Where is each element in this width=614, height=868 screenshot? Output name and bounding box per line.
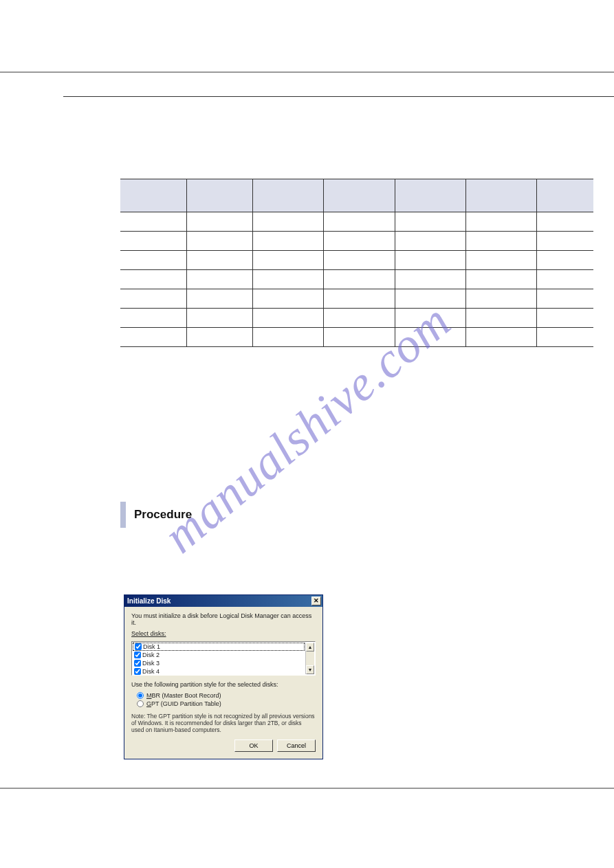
table-header-cell [536,179,593,212]
list-item-label: Disk 2 [142,652,160,658]
scroll-down-icon[interactable]: ▼ [306,665,314,674]
disk-listbox[interactable]: Disk 1 Disk 2 Disk 3 Disk 4 ▲ ▼ [131,641,316,676]
title-rule [63,96,614,97]
gpt-radio[interactable] [137,700,144,707]
scrollbar[interactable]: ▲ ▼ [305,643,314,674]
dialog-button-row: OK Cancel [131,739,316,752]
radio-label: GPT (GUID Partition Table) [146,700,221,707]
list-item[interactable]: Disk 4 [133,667,305,676]
page-content: Procedure [120,110,593,528]
table-header-cell [465,179,536,212]
ok-button[interactable]: OK [234,739,273,752]
procedure-accent-bar [120,502,126,528]
list-item[interactable]: Disk 2 [133,651,305,659]
table-row [120,212,593,232]
table-header-cell [120,179,186,212]
close-icon[interactable]: ✕ [311,597,321,605]
table-row [120,309,593,328]
table-header-cell [186,179,252,212]
table-row [120,328,593,347]
table-header-cell [395,179,465,212]
disk-checkbox[interactable] [135,643,142,650]
table-header-cell [324,179,395,212]
table-header-row [120,179,593,212]
footer-rule [0,788,614,789]
dialog-titlebar[interactable]: Initialize Disk ✕ [124,595,322,607]
table-row [120,270,593,289]
table-row [120,251,593,270]
table-header-cell [253,179,324,212]
table-row [120,289,593,309]
initialize-disk-dialog: Initialize Disk ✕ You must initialize a … [124,594,323,759]
dialog-body: You must initialize a disk before Logica… [124,607,322,759]
dialog-note-text: Note: The GPT partition style is not rec… [131,713,316,734]
data-table [120,179,593,347]
mbr-radio[interactable] [137,692,144,699]
partition-style-label: Use the following partition style for th… [131,681,316,688]
cancel-button[interactable]: Cancel [277,739,316,752]
procedure-label: Procedure [134,508,192,522]
list-item[interactable]: Disk 1 [133,643,305,651]
list-item-label: Disk 3 [142,660,160,667]
disk-checkbox[interactable] [134,668,141,675]
dialog-intro-text: You must initialize a disk before Logica… [131,612,316,626]
list-item-label: Disk 1 [143,643,160,650]
header-rule [0,71,614,73]
scroll-up-icon[interactable]: ▲ [306,643,314,652]
table-row [120,232,593,251]
list-item-label: Disk 4 [142,668,160,675]
disk-checkbox[interactable] [134,652,141,658]
procedure-heading: Procedure [120,502,593,528]
list-item[interactable]: Disk 3 [133,659,305,667]
select-disks-label: Select disks: [131,630,316,637]
radio-mbr-row[interactable]: MBR (Master Boot Record) [137,692,316,699]
dialog-title: Initialize Disk [127,597,171,605]
radio-gpt-row[interactable]: GPT (GUID Partition Table) [137,700,316,707]
disk-checkbox[interactable] [134,660,141,667]
radio-label: MBR (Master Boot Record) [146,692,221,699]
